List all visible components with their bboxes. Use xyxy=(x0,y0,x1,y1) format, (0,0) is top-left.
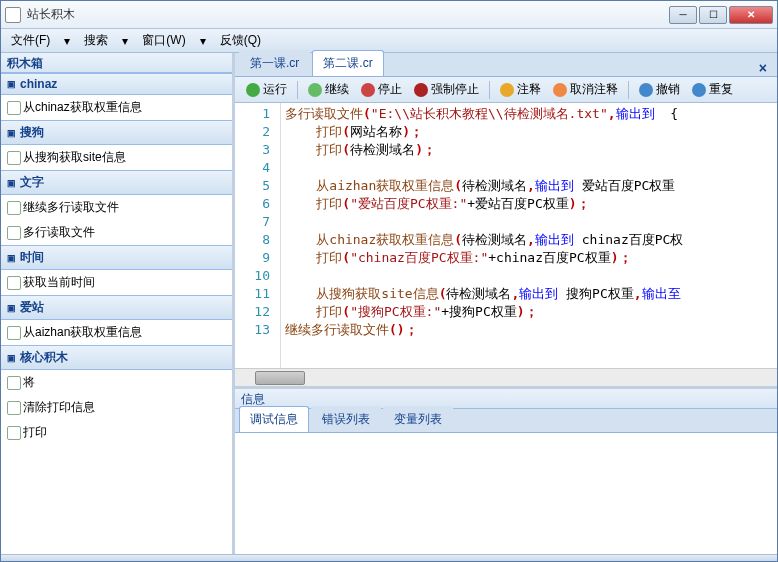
undo-icon xyxy=(639,83,653,97)
category-label: 文字 xyxy=(20,174,44,191)
sidebar-item[interactable]: 继续多行读取文件 xyxy=(1,195,232,220)
collapse-icon: ▣ xyxy=(7,253,16,263)
editor-toolbar: 运行 继续 停止 强制停止 注释 取消注释 撤销 重复 xyxy=(235,77,777,103)
tab-variable-list[interactable]: 变量列表 xyxy=(383,406,453,432)
sidebar-item[interactable]: 将 xyxy=(1,370,232,395)
tab-lesson1[interactable]: 第一课.cr xyxy=(239,50,310,76)
tab-debug-info[interactable]: 调试信息 xyxy=(239,406,309,432)
run-button[interactable]: 运行 xyxy=(241,79,292,100)
editor-area: 第一课.cr 第二课.cr × 运行 继续 停止 强制停止 注释 取消注释 撤销… xyxy=(235,53,777,554)
redo-icon xyxy=(692,83,706,97)
code-content[interactable]: 多行读取文件("E:\\站长积木教程\\待检测域名.txt",输出到 { 打印(… xyxy=(281,103,777,368)
collapse-icon: ▣ xyxy=(7,303,16,313)
sidebar-item[interactable]: 清除打印信息 xyxy=(1,395,232,420)
collapse-icon: ▣ xyxy=(7,128,16,138)
sidebar-item[interactable]: 获取当前时间 xyxy=(1,270,232,295)
collapse-icon: ▣ xyxy=(7,178,16,188)
bottom-panel-content xyxy=(235,433,777,554)
line-gutter: 12345678910111213 xyxy=(235,103,281,368)
category-header[interactable]: ▣chinaz xyxy=(1,73,232,95)
menu-window[interactable]: 窗口(W) xyxy=(138,30,189,51)
category-header[interactable]: ▣文字 xyxy=(1,170,232,195)
close-button[interactable]: ✕ xyxy=(729,6,773,24)
category-header[interactable]: ▣搜狗 xyxy=(1,120,232,145)
statusbar xyxy=(1,554,777,561)
minimize-button[interactable]: ─ xyxy=(669,6,697,24)
menu-file[interactable]: 文件(F) xyxy=(7,30,54,51)
redo-button[interactable]: 重复 xyxy=(687,79,738,100)
force-stop-icon xyxy=(414,83,428,97)
app-icon xyxy=(5,7,21,23)
collapse-icon: ▣ xyxy=(7,79,16,89)
category-label: 爱站 xyxy=(20,299,44,316)
sidebar-item[interactable]: 打印 xyxy=(1,420,232,445)
stop-icon xyxy=(361,83,375,97)
uncomment-icon xyxy=(553,83,567,97)
sidebar-title: 积木箱 xyxy=(1,53,232,73)
sidebar: 积木箱 ▣chinaz从chinaz获取权重信息▣搜狗从搜狗获取site信息▣文… xyxy=(1,53,235,554)
window-title: 站长积木 xyxy=(27,6,669,23)
play-icon xyxy=(246,83,260,97)
stop-button[interactable]: 停止 xyxy=(356,79,407,100)
horizontal-scrollbar[interactable] xyxy=(235,368,777,386)
menu-feedback[interactable]: 反馈(Q) xyxy=(216,30,265,51)
editor-tabs: 第一课.cr 第二课.cr × xyxy=(235,53,777,77)
bottom-panel: 信息 调试信息 错误列表 变量列表 xyxy=(235,386,777,554)
tabs-close-icon[interactable]: × xyxy=(753,60,773,76)
comment-icon xyxy=(500,83,514,97)
menubar: 文件(F)▾ 搜索▾ 窗口(W)▾ 反馈(Q) xyxy=(1,29,777,53)
category-header[interactable]: ▣爱站 xyxy=(1,295,232,320)
maximize-button[interactable]: ☐ xyxy=(699,6,727,24)
sidebar-item[interactable]: 从搜狗获取site信息 xyxy=(1,145,232,170)
category-header[interactable]: ▣时间 xyxy=(1,245,232,270)
menu-search[interactable]: 搜索 xyxy=(80,30,112,51)
bottom-panel-tabs: 调试信息 错误列表 变量列表 xyxy=(235,409,777,433)
continue-icon xyxy=(308,83,322,97)
sidebar-item[interactable]: 从chinaz获取权重信息 xyxy=(1,95,232,120)
scroll-thumb[interactable] xyxy=(255,371,305,385)
category-label: 核心积木 xyxy=(20,349,68,366)
tab-error-list[interactable]: 错误列表 xyxy=(311,406,381,432)
comment-button[interactable]: 注释 xyxy=(495,79,546,100)
uncomment-button[interactable]: 取消注释 xyxy=(548,79,623,100)
category-label: 搜狗 xyxy=(20,124,44,141)
category-label: chinaz xyxy=(20,77,57,91)
code-editor[interactable]: 12345678910111213 多行读取文件("E:\\站长积木教程\\待检… xyxy=(235,103,777,368)
collapse-icon: ▣ xyxy=(7,353,16,363)
continue-button[interactable]: 继续 xyxy=(303,79,354,100)
undo-button[interactable]: 撤销 xyxy=(634,79,685,100)
sidebar-item[interactable]: 从aizhan获取权重信息 xyxy=(1,320,232,345)
category-label: 时间 xyxy=(20,249,44,266)
sidebar-item[interactable]: 多行读取文件 xyxy=(1,220,232,245)
category-header[interactable]: ▣核心积木 xyxy=(1,345,232,370)
window-titlebar: 站长积木 ─ ☐ ✕ xyxy=(1,1,777,29)
tab-lesson2[interactable]: 第二课.cr xyxy=(312,50,383,76)
force-stop-button[interactable]: 强制停止 xyxy=(409,79,484,100)
